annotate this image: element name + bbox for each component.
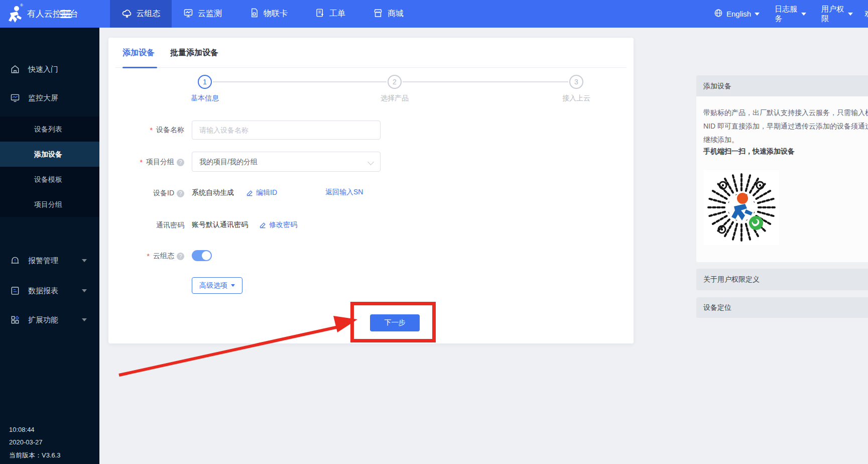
sidebar-item-data-report[interactable]: 数据报表 [0, 284, 99, 298]
sidebar-item-label: 快速入门 [28, 65, 58, 74]
sidebar-item-label: 监控大屏 [28, 93, 58, 103]
sidebar-item-dashboard[interactable]: 监控大屏 [0, 91, 99, 105]
language-switcher[interactable]: English [714, 9, 760, 19]
tab-bar: 添加设备 批量添加设备 [115, 38, 627, 68]
chevron-down-icon [82, 318, 87, 321]
home-icon [10, 64, 20, 74]
sidebar: 快速入门 监控大屏 设备管理 设备列表 添加设备 设备模板 [0, 28, 99, 464]
tab-label: 物联卡 [264, 9, 288, 19]
work-order-icon [315, 8, 325, 20]
user-permission-menu[interactable]: 用户权限 [821, 5, 853, 24]
sidebar-item-quick-start[interactable]: 快速入门 [0, 62, 99, 76]
aside-text-line: 带贴标的产品，出厂默认支持接入云服务，只需输入机 [703, 106, 868, 120]
aside-text-line: 继续添加。 [703, 133, 738, 147]
store-icon [373, 8, 383, 20]
tab-add-device[interactable]: 添加设备 [122, 38, 155, 68]
cloud-icon [121, 8, 133, 21]
chevron-down-icon [82, 289, 87, 292]
sidebar-item-project-group[interactable]: 项目分组 [0, 192, 99, 217]
sidebar-item-device-list[interactable]: 设备列表 [0, 117, 99, 142]
sidebar-submenu: 设备列表 添加设备 设备模板 项目分组 [0, 117, 99, 217]
chevron-down-icon [848, 13, 853, 16]
aside-text-line: NID 即可直接添加，早期通过透传云添加的设备须通过 [703, 120, 868, 133]
aside-card-body: 带贴标的产品，出厂默认支持接入云服务，只需输入机 NID 即可直接添加，早期通过… [696, 96, 868, 262]
step-1-circle: 1 [198, 75, 212, 89]
change-password-link[interactable]: 修改密码 [259, 220, 297, 229]
toggle-knob [202, 251, 211, 260]
sidebar-item-add-device[interactable]: 添加设备 [0, 142, 99, 167]
back-to-sn-link[interactable]: 返回输入SN [325, 188, 363, 197]
edit-id-link[interactable]: 编辑ID [246, 188, 277, 197]
dashboard-icon [10, 93, 20, 103]
aside-card-title: 添加设备 [696, 75, 868, 96]
cloud-scada-toggle[interactable] [192, 250, 212, 261]
clipped-text: 欢 [864, 9, 868, 19]
menu-icon[interactable] [60, 10, 71, 18]
step-3-circle: 3 [569, 75, 583, 89]
tab-iot-card[interactable]: 物联卡 [250, 8, 288, 20]
comm-password-row: 账号默认通讯密码 修改密码 [192, 220, 297, 230]
clock-time: 10:08:44 [9, 426, 35, 433]
sim-card-icon [250, 8, 259, 20]
sidebar-item-label: 项目分组 [34, 200, 62, 208]
qr-code [704, 170, 779, 245]
add-device-panel: 添加设备 批量添加设备 1 2 3 基本信息 选择产品 接入上云 * 设备名称 … [108, 38, 634, 343]
tab-label: 云组态 [137, 9, 161, 19]
step-2-label: 选择产品 [359, 94, 430, 103]
sidebar-item-label: 报警管理 [28, 256, 58, 266]
log-service-menu[interactable]: 日志服务 [775, 5, 806, 24]
step-connector [403, 81, 568, 82]
sidebar-item-alarm-management[interactable]: 报警管理 [0, 254, 99, 268]
project-group-select[interactable]: 我的项目/我的分组 [192, 152, 381, 172]
accordion-user-permission[interactable]: 关于用户权限定义 [696, 269, 868, 290]
tab-cloud-scada[interactable]: 云组态 [110, 0, 172, 28]
tab-work-order[interactable]: 工单 [315, 8, 345, 20]
cloud-scada-label: * 云组态 ? [108, 252, 184, 261]
project-group-label: * 项目分组 ? [108, 158, 184, 167]
advanced-options-button[interactable]: 高级选项 [192, 277, 242, 294]
chevron-down-icon [801, 13, 806, 16]
question-icon[interactable]: ? [177, 190, 184, 197]
edit-icon [259, 221, 267, 229]
tab-batch-add-device[interactable]: 批量添加设备 [170, 38, 218, 68]
topbar-nav: 云监测 物联卡 工单 [183, 0, 404, 28]
globe-icon [714, 9, 723, 19]
tab-label: 工单 [329, 9, 345, 19]
next-step-button[interactable]: 下一步 [370, 314, 420, 331]
language-label: English [726, 10, 751, 18]
report-icon [10, 286, 20, 296]
registered-mark: ® [20, 3, 23, 8]
extensions-icon [10, 315, 20, 325]
topbar: ® 有人云控制台 云组态 云监测 [0, 0, 868, 28]
sidebar-item-label: 数据报表 [28, 286, 58, 296]
chevron-down-icon [367, 159, 374, 165]
chevron-down-icon [231, 284, 235, 287]
log-service-label: 日志服务 [775, 5, 798, 24]
active-tab-underline [122, 67, 157, 68]
clock-date: 2020-03-27 [9, 438, 43, 446]
monitor-icon [183, 8, 193, 20]
tab-label: 云监测 [198, 9, 222, 19]
step-3-label: 接入上云 [541, 94, 611, 103]
step-1-label: 基本信息 [170, 94, 240, 103]
comm-password-label: 通讯密码 [108, 221, 184, 230]
tab-mall[interactable]: 商城 [373, 8, 404, 20]
sidebar-item-label: 添加设备 [34, 150, 62, 158]
comm-password-value: 账号默认通讯密码 [192, 220, 248, 229]
question-icon[interactable]: ? [177, 253, 184, 260]
alarm-icon [10, 256, 20, 266]
device-id-value: 系统自动生成 [192, 188, 234, 197]
tab-cloud-monitor[interactable]: 云监测 [183, 8, 222, 20]
sidebar-item-label: 设备列表 [34, 125, 62, 133]
scan-tip: 手机端扫一扫，快速添加设备 [703, 147, 795, 156]
sidebar-item-extensions[interactable]: 扩展功能 [0, 313, 99, 327]
device-id-row: 系统自动生成 编辑ID [192, 188, 277, 198]
accordion-device-location[interactable]: 设备定位 [696, 297, 868, 318]
device-name-label: * 设备名称 [108, 126, 184, 135]
tab-label: 商城 [388, 9, 404, 19]
step-connector [213, 81, 387, 82]
sidebar-item-label: 设备模板 [34, 175, 62, 183]
sidebar-item-device-template[interactable]: 设备模板 [0, 167, 99, 192]
question-icon[interactable]: ? [177, 159, 184, 166]
device-name-input[interactable] [192, 121, 381, 140]
